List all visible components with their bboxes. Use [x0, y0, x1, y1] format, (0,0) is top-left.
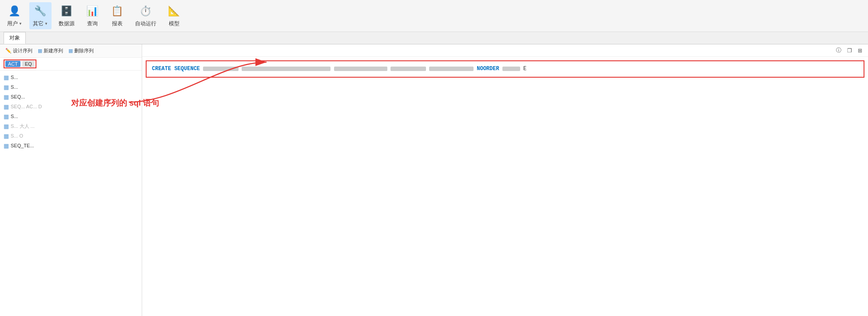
app-container: 👤 用户 ▼ 🔧 其它 ▼ 🗄️ 数据源 📊 查询 📋 报表 ⏱️	[0, 0, 868, 316]
toolbar-report-label: 报表	[112, 20, 123, 28]
sql-blurred-params	[242, 67, 330, 71]
sql-blurred-name	[203, 67, 239, 71]
toolbar-user[interactable]: 👤 用户 ▼	[4, 2, 26, 29]
sql-statement: CREATE SEQUENCE NOORDER	[146, 60, 864, 78]
info-icon: ⓘ	[836, 47, 841, 54]
toolbar-datasource-label: 数据源	[59, 20, 75, 28]
toolbar-other[interactable]: 🔧 其它 ▼	[29, 2, 52, 29]
list-item[interactable]: ▦ S...	[0, 82, 142, 92]
user-icon: 👤	[8, 4, 22, 18]
design-label: 设计序列	[13, 47, 32, 54]
list-item[interactable]: ▦ SEQ_TE...	[0, 141, 142, 150]
new-seq-icon: ▦	[38, 48, 42, 54]
copy-window-icon: ❐	[847, 47, 852, 54]
toolbar-query-label: 查询	[87, 20, 98, 28]
delete-icon: ▦	[68, 48, 73, 54]
sequence-item-icon: ▦	[4, 123, 9, 130]
tab-objects[interactable]: 对象	[4, 32, 26, 44]
left-panel: ✏️ 设计序列 ▦ 新建序列 ▦ 删除序列 ACT EQ	[0, 44, 142, 316]
list-item[interactable]: ▦ S...	[0, 72, 142, 82]
design-icon: ✏️	[5, 48, 12, 54]
sql-create-keyword: CREATE	[152, 66, 171, 72]
toolbar-autorun-label: 自动运行	[135, 20, 156, 28]
sql-blurred-params3	[390, 67, 426, 71]
design-sequence-button[interactable]: ✏️ 设计序列	[4, 47, 34, 55]
sql-copy-button[interactable]: ❐	[845, 46, 854, 55]
list-item[interactable]: ▦ S... O	[0, 131, 142, 141]
user-dropdown-arrow: ▼	[19, 22, 22, 26]
sequence-tabs-highlight: ACT EQ	[4, 59, 36, 68]
sequence-item-icon: ▦	[4, 142, 9, 149]
sql-blurred-params2	[334, 67, 387, 71]
sequence-item-icon: ▦	[4, 84, 9, 91]
toolbar-report[interactable]: 📋 报表	[107, 2, 128, 29]
toolbar-datasource[interactable]: 🗄️ 数据源	[55, 2, 78, 29]
object-list: ▦ S... ▦ S... ▦ SEQ... ▦ SEQ... AC... D …	[0, 71, 142, 152]
main-content: ✏️ 设计序列 ▦ 新建序列 ▦ 删除序列 ACT EQ	[0, 44, 868, 316]
datasource-icon: 🗄️	[60, 4, 74, 18]
sql-info-button[interactable]: ⓘ	[834, 46, 843, 55]
right-panel: ⓘ ❐ ⊞ CREATE SEQUENCE	[142, 44, 868, 316]
model-icon: 📐	[167, 4, 181, 18]
toolbar-autorun[interactable]: ⏱️ 自动运行	[131, 2, 160, 29]
toolbar-other-label: 其它	[33, 20, 44, 28]
report-icon: 📋	[110, 4, 124, 18]
tab-act[interactable]: ACT	[5, 61, 20, 67]
new-seq-label: 新建序列	[44, 47, 63, 54]
sequence-item-icon: ▦	[4, 133, 9, 139]
list-item[interactable]: ▦ SEQ...	[0, 92, 142, 102]
expand-icon: ⊞	[858, 47, 862, 54]
tab-eq[interactable]: EQ	[22, 61, 35, 67]
toolbar-model-label: 模型	[169, 20, 179, 28]
toolbar-user-label: 用户	[7, 20, 18, 28]
query-icon: 📊	[85, 4, 100, 18]
sql-sequence-keyword: SEQUENCE	[174, 66, 200, 72]
delete-sequence-button[interactable]: ▦ 删除序列	[67, 47, 96, 55]
list-item[interactable]: ▦ SEQ... AC... D	[0, 102, 142, 111]
tab-bar: 对象	[0, 32, 868, 44]
sql-blurred-params4	[429, 67, 474, 71]
toolbar-model[interactable]: 📐 模型	[163, 2, 185, 29]
other-dropdown-arrow: ▼	[44, 22, 48, 26]
left-panel-toolbar: ✏️ 设计序列 ▦ 新建序列 ▦ 删除序列	[0, 44, 142, 58]
list-item[interactable]: ▦ S...	[0, 111, 142, 121]
sql-noorder-keyword: NOORDER	[477, 66, 499, 72]
sequence-item-icon: ▦	[4, 113, 9, 120]
sql-blurred-end	[502, 67, 520, 71]
sequence-item-icon: ▦	[4, 103, 9, 110]
other-icon: 🔧	[33, 4, 48, 18]
sequence-item-icon: ▦	[4, 74, 9, 81]
toolbar-query[interactable]: 📊 查询	[82, 2, 103, 29]
delete-label: 删除序列	[74, 47, 94, 54]
sql-view-toolbar: ⓘ ❐ ⊞	[142, 44, 868, 57]
new-sequence-button[interactable]: ▦ 新建序列	[36, 47, 65, 55]
sequence-item-icon: ▦	[4, 94, 9, 100]
autorun-icon: ⏱️	[139, 4, 153, 18]
list-item[interactable]: ▦ S... 大人 ...	[0, 121, 142, 131]
sql-expand-button[interactable]: ⊞	[856, 46, 864, 55]
main-toolbar: 👤 用户 ▼ 🔧 其它 ▼ 🗄️ 数据源 📊 查询 📋 报表 ⏱️	[0, 0, 868, 32]
